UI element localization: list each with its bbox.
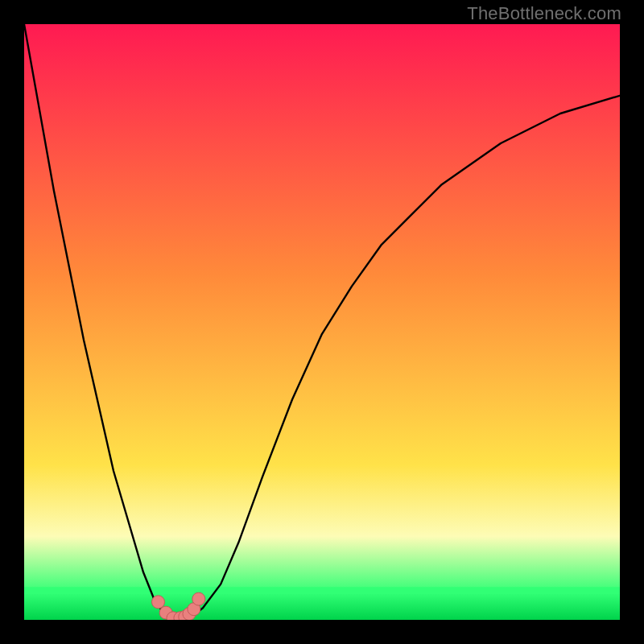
chart-frame: TheBottleneck.com bbox=[0, 0, 644, 644]
gradient-background bbox=[24, 24, 620, 620]
green-accent-band bbox=[24, 587, 620, 594]
chart-svg bbox=[24, 24, 620, 620]
marker-point bbox=[192, 592, 205, 605]
marker-point bbox=[152, 596, 165, 609]
watermark-text: TheBottleneck.com bbox=[467, 3, 621, 24]
plot-area bbox=[24, 24, 620, 620]
